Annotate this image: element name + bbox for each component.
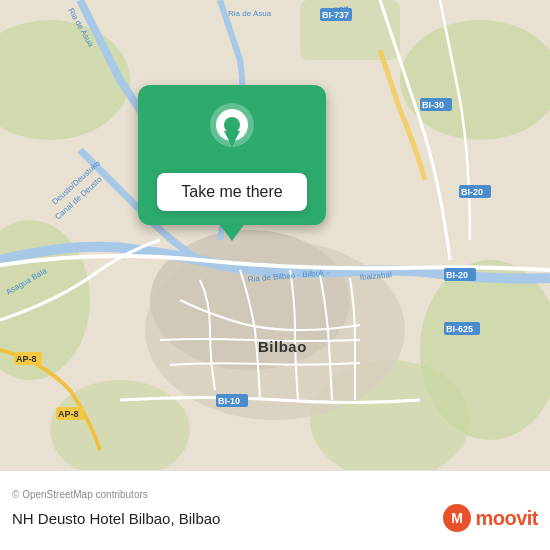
moovit-label: moovit	[475, 507, 538, 530]
map-attribution: © OpenStreetMap contributors	[12, 489, 538, 500]
place-name: NH Deusto Hotel Bilbao, Bilbao	[12, 510, 220, 527]
svg-text:BI-10: BI-10	[218, 396, 240, 406]
svg-point-38	[224, 117, 240, 133]
popup-pointer	[220, 225, 244, 241]
bottom-row: NH Deusto Hotel Bilbao, Bilbao M moovit	[12, 504, 538, 532]
svg-text:BI-737: BI-737	[322, 10, 349, 20]
svg-text:M: M	[452, 510, 464, 526]
bottom-bar: © OpenStreetMap contributors NH Deusto H…	[0, 470, 550, 550]
svg-text:BI-20: BI-20	[461, 187, 483, 197]
moovit-logo: M moovit	[443, 504, 538, 532]
svg-text:BI-20: BI-20	[446, 270, 468, 280]
svg-text:BI-30: BI-30	[422, 100, 444, 110]
popup-bubble: Take me there	[138, 85, 326, 225]
svg-text:Bilbao: Bilbao	[258, 338, 307, 355]
location-pin-icon	[210, 103, 254, 159]
moovit-brand-icon: M	[443, 504, 471, 532]
svg-text:BI-625: BI-625	[446, 324, 473, 334]
svg-text:Ria de Asua: Ria de Asua	[228, 9, 272, 18]
take-me-there-button[interactable]: Take me there	[157, 173, 306, 211]
popup: Take me there	[138, 85, 326, 241]
svg-text:AP-8: AP-8	[58, 409, 79, 419]
svg-text:AP-8: AP-8	[16, 354, 37, 364]
map-container: BI-737 BI-30 BI-30 BI-20 BI-20 BI-625 BI…	[0, 0, 550, 470]
